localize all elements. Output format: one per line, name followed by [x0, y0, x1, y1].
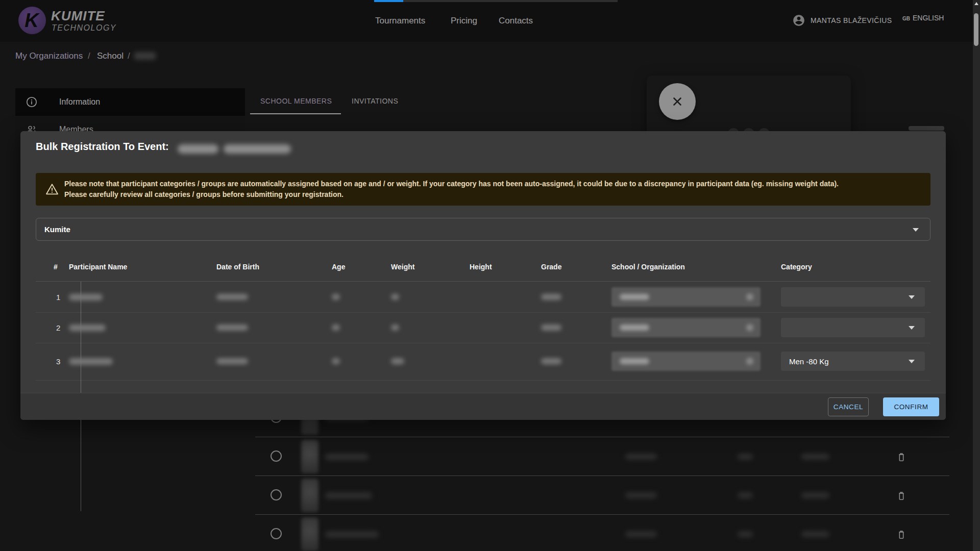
confirm-button[interactable]: CONFIRM: [883, 397, 939, 416]
col-header-dob: Date of Birth: [216, 263, 259, 271]
col-header-num: #: [54, 263, 58, 271]
discipline-select[interactable]: Kumite: [36, 218, 930, 241]
modal-title: Bulk Registration To Event:: [36, 141, 169, 153]
scrollbar-up-arrow-icon[interactable]: [974, 2, 978, 5]
discipline-value: Kumite: [44, 225, 70, 234]
event-name-blurred: [224, 144, 291, 154]
chevron-down-icon: [909, 295, 915, 299]
col-header-name: Participant Name: [69, 263, 127, 271]
participant-row: 3 Men -80 Kg: [36, 343, 930, 380]
bulk-registration-modal: Bulk Registration To Event: Please note …: [20, 131, 946, 420]
school-organization-input[interactable]: [611, 287, 761, 307]
app-root: K KUMITE TECHNOLOGY Tournaments Pricing …: [0, 0, 980, 551]
grade-blurred: [541, 324, 561, 331]
category-select[interactable]: [781, 318, 925, 337]
modal-footer: CANCEL CONFIRM: [20, 393, 946, 420]
warning-banner: Please note that participant categories …: [36, 173, 930, 206]
participant-name-blurred: [69, 294, 103, 300]
row-number: 1: [56, 293, 60, 302]
school-organization-input[interactable]: [611, 352, 761, 371]
category-select[interactable]: Men -80 Kg: [781, 352, 925, 371]
participant-row: 1: [36, 282, 930, 312]
dob-blurred: [216, 294, 248, 300]
cancel-button[interactable]: CANCEL: [828, 397, 869, 416]
grade-blurred: [541, 294, 561, 300]
page-progress-track: [374, 0, 618, 2]
event-name-blurred: [178, 144, 218, 154]
col-header-category: Category: [781, 263, 812, 271]
col-header-school: School / Organization: [611, 263, 685, 271]
participant-name-blurred: [69, 324, 106, 331]
divider: [36, 380, 930, 381]
col-header-grade: Grade: [541, 263, 561, 271]
col-header-weight: Weight: [391, 263, 414, 271]
col-header-height: Height: [470, 263, 492, 271]
dob-blurred: [216, 358, 248, 364]
row-number: 3: [56, 357, 60, 366]
weight-blurred: [391, 358, 404, 364]
age-blurred: [332, 358, 340, 364]
school-organization-input[interactable]: [611, 318, 761, 337]
page-scrollbar[interactable]: [973, 0, 980, 551]
dob-blurred: [216, 324, 248, 331]
participant-row: 2: [36, 312, 930, 343]
scrollbar-thumb[interactable]: [974, 13, 978, 46]
chevron-down-icon: [909, 326, 915, 330]
chevron-down-icon: [913, 228, 919, 232]
page-progress-fill: [374, 0, 403, 2]
participant-name-blurred: [69, 358, 113, 365]
grade-blurred: [541, 358, 561, 364]
age-blurred: [332, 294, 340, 300]
weight-blurred: [391, 324, 399, 331]
category-value: Men -80 Kg: [789, 357, 829, 366]
warning-triangle-icon: [45, 182, 59, 196]
weight-blurred: [391, 294, 399, 300]
row-number: 2: [56, 323, 60, 332]
warning-line-2: Please carefully review all categories /…: [64, 189, 839, 200]
category-select[interactable]: [781, 287, 925, 307]
age-blurred: [332, 324, 340, 331]
chevron-down-icon: [909, 360, 915, 363]
col-header-age: Age: [332, 263, 345, 271]
warning-line-1: Please note that participant categories …: [64, 179, 839, 189]
